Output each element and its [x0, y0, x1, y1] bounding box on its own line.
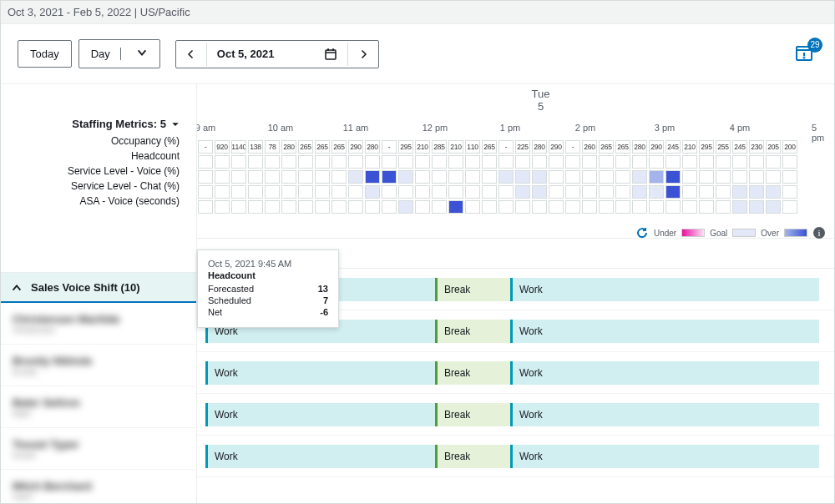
metric-cell[interactable]: 255 — [716, 140, 731, 154]
heat-cell[interactable] — [515, 200, 530, 214]
metrics-header[interactable]: Staffing Metrics: 5 — [1, 118, 196, 130]
heat-cell[interactable] — [615, 170, 630, 184]
heat-cell[interactable] — [582, 185, 597, 199]
metric-cell[interactable]: 280 — [365, 140, 380, 154]
heat-cell[interactable] — [465, 200, 480, 214]
heat-cell[interactable] — [716, 170, 731, 184]
metric-cell[interactable]: 290 — [649, 140, 664, 154]
schedule-bar-work[interactable]: Work — [510, 445, 819, 468]
heat-cell[interactable] — [315, 170, 330, 184]
agent-row[interactable]: Brunily Nikholebrunily — [1, 345, 196, 386]
metric-cell[interactable]: 225 — [515, 140, 530, 154]
heat-cell[interactable] — [565, 200, 580, 214]
heat-cell[interactable] — [198, 200, 213, 214]
view-select[interactable]: Day — [78, 39, 160, 68]
heat-cell[interactable] — [298, 200, 313, 214]
heat-cell[interactable] — [365, 155, 380, 169]
heat-cell[interactable] — [716, 185, 731, 199]
heat-cell[interactable] — [498, 170, 514, 184]
heat-cell[interactable] — [365, 185, 380, 199]
heat-cell[interactable] — [465, 185, 480, 199]
heat-cell[interactable] — [415, 185, 430, 199]
heat-cell[interactable] — [699, 155, 714, 169]
heat-cell[interactable] — [248, 200, 263, 214]
heat-cell[interactable] — [415, 155, 430, 169]
heat-cell[interactable] — [498, 155, 514, 169]
heat-cell[interactable] — [331, 200, 347, 214]
schedule-bar-break[interactable]: Break — [435, 361, 510, 385]
heat-cell[interactable] — [382, 200, 397, 214]
heat-cell[interactable] — [398, 200, 413, 214]
heat-cell[interactable] — [682, 200, 697, 214]
heat-cell[interactable] — [649, 170, 664, 184]
metric-cell[interactable]: 230 — [749, 140, 764, 154]
heat-cell[interactable] — [782, 155, 797, 169]
metric-cell[interactable]: 290 — [348, 140, 363, 154]
heat-cell[interactable] — [231, 185, 246, 199]
heat-cell[interactable] — [298, 170, 313, 184]
heat-cell[interactable] — [716, 200, 731, 214]
heat-cell[interactable] — [398, 170, 413, 184]
heat-cell[interactable] — [632, 155, 647, 169]
group-header[interactable]: Sales Voice Shift (10) — [1, 272, 196, 303]
metric-cell[interactable]: 280 — [281, 140, 296, 154]
metric-cell[interactable]: 210 — [415, 140, 430, 154]
heat-cell[interactable] — [649, 200, 664, 214]
heat-cell[interactable] — [582, 200, 597, 214]
heat-cell[interactable] — [281, 185, 296, 199]
prev-day-button[interactable] — [176, 43, 207, 66]
heat-cell[interactable] — [699, 185, 714, 199]
heat-cell[interactable] — [298, 155, 313, 169]
metric-cell[interactable]: 245 — [732, 140, 747, 154]
schedule-bar-work[interactable]: Work — [205, 445, 435, 468]
agent-row[interactable]: Touset Typertouset — [1, 428, 196, 470]
metric-cell[interactable]: 265 — [298, 140, 313, 154]
heat-cell[interactable] — [315, 200, 330, 214]
heat-cell[interactable] — [716, 155, 731, 169]
schedule-bar-work[interactable]: Work — [205, 361, 435, 385]
heat-cell[interactable] — [615, 185, 630, 199]
agent-row[interactable]: Christensen Martildechristensen — [1, 303, 196, 345]
metric-cell[interactable]: 295 — [398, 140, 413, 154]
heat-cell[interactable] — [231, 170, 246, 184]
heat-cell[interactable] — [248, 155, 263, 169]
today-button[interactable]: Today — [18, 40, 72, 68]
info-icon[interactable]: i — [812, 226, 826, 239]
metric-cell[interactable]: 280 — [632, 140, 647, 154]
heat-cell[interactable] — [632, 200, 647, 214]
heat-cell[interactable] — [549, 200, 564, 214]
metric-cell[interactable]: - — [565, 140, 580, 154]
heat-cell[interactable] — [749, 200, 764, 214]
schedule-bar-work[interactable]: Work — [510, 320, 819, 343]
heat-cell[interactable] — [515, 155, 530, 169]
heat-cell[interactable] — [198, 155, 213, 169]
heat-cell[interactable] — [532, 185, 547, 199]
metric-cell[interactable]: 210 — [448, 140, 463, 154]
metric-cell[interactable]: 110 — [465, 140, 480, 154]
heat-cell[interactable] — [382, 155, 397, 169]
heat-cell[interactable] — [348, 185, 363, 199]
heat-cell[interactable] — [231, 155, 246, 169]
refresh-icon[interactable] — [635, 226, 649, 239]
heat-cell[interactable] — [215, 155, 230, 169]
schedule-bar-break[interactable]: Break — [435, 320, 510, 343]
heat-cell[interactable] — [632, 170, 647, 184]
heat-cell[interactable] — [365, 170, 380, 184]
heat-cell[interactable] — [766, 155, 781, 169]
heat-cell[interactable] — [599, 200, 614, 214]
heat-cell[interactable] — [699, 200, 714, 214]
heat-cell[interactable] — [749, 155, 764, 169]
heat-cell[interactable] — [215, 170, 230, 184]
heat-cell[interactable] — [382, 185, 397, 199]
heat-cell[interactable] — [782, 185, 797, 199]
heat-cell[interactable] — [432, 185, 447, 199]
heat-cell[interactable] — [331, 170, 347, 184]
schedule-bar-work[interactable]: Work — [510, 278, 819, 301]
heat-cell[interactable] — [682, 155, 697, 169]
heat-cell[interactable] — [582, 155, 597, 169]
heat-cell[interactable] — [482, 185, 497, 199]
heat-cell[interactable] — [281, 155, 296, 169]
heat-cell[interactable] — [549, 155, 564, 169]
heat-cell[interactable] — [248, 170, 263, 184]
heat-cell[interactable] — [732, 170, 747, 184]
